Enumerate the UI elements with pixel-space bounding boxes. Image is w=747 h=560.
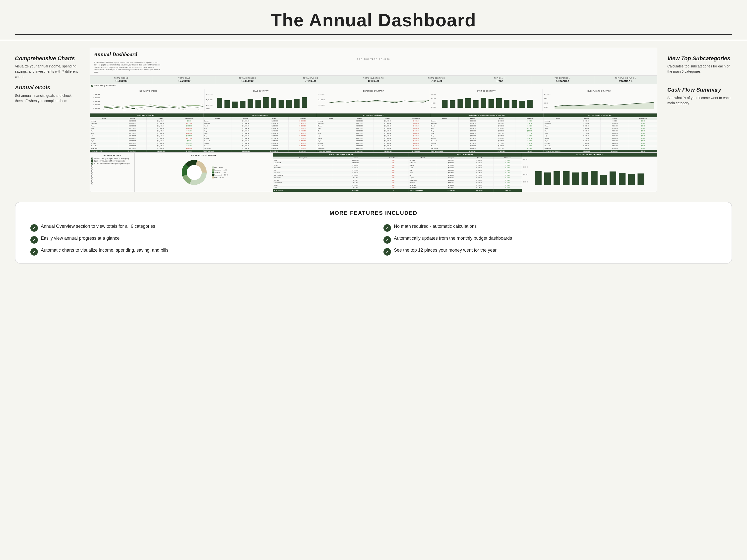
- svg-point-60: [187, 165, 202, 180]
- svg-text:3,000: 3,000: [93, 101, 100, 102]
- chart-bills-area: 2,000 1,500 1,000 500: [206, 93, 316, 110]
- svg-text:4,000: 4,000: [93, 97, 100, 99]
- col-diff: Difference: [175, 117, 203, 120]
- page-title: The Annual Dashboard: [15, 10, 732, 30]
- svg-text:500: 500: [206, 108, 210, 109]
- annotation-charts-title: Comprehensive Charts: [15, 55, 80, 62]
- cell-month: November: [90, 145, 118, 147]
- investments-table-header: INVESTMENTS SUMMARY: [544, 113, 657, 117]
- svg-rect-76: [638, 174, 644, 185]
- goal-item: [92, 178, 133, 180]
- table-row: April$ 600.00$ 600.00$ 0.00: [544, 128, 657, 130]
- table-row: February$ 1,000.00$ 1,400.00$ -400.00: [203, 123, 317, 125]
- stat-investments-label: TOTAL INVESTMENTS: [344, 77, 403, 79]
- table-row: May$ 600.00$ 600.00$ 0.00: [544, 130, 657, 132]
- dashboard-preview: Comprehensive Charts Visualize your annu…: [15, 48, 732, 192]
- tables-row: INCOME SUMMARY Month Budget Actual Diffe…: [90, 113, 657, 153]
- cell-actual: $ 1,900.00: [147, 137, 175, 140]
- svg-rect-22: [240, 101, 245, 108]
- bills-table-header: BILLS SUMMARY: [203, 113, 317, 117]
- stat-total-debt: TOTAL DEBT PAID 7,140.00: [405, 76, 468, 84]
- svg-rect-5: [109, 108, 113, 109]
- svg-text:250: 250: [544, 107, 548, 108]
- where-money-box: WHERE MY MONEY WENT Description Amount %…: [273, 153, 409, 192]
- svg-text:2,000: 2,000: [206, 94, 213, 95]
- svg-rect-70: [582, 172, 588, 185]
- cell-month: September: [90, 140, 118, 142]
- stat-expenses-value: 16,850.00: [218, 79, 277, 82]
- chart-bills-title: BILLS SUMMARY: [206, 90, 316, 92]
- cell-budget: $ 1,350.00: [118, 140, 147, 142]
- svg-rect-38: [442, 100, 447, 108]
- savings-table-header: SAVINGS & SINKING FUNDS SUMMARY: [430, 113, 544, 117]
- chart-investments-area: 1,000 750 500 250: [544, 93, 654, 110]
- table-row: Insurance$ 0.000%: [273, 177, 408, 179]
- cell-month: August: [90, 137, 118, 140]
- feature-item-3: ✓ Automatic charts to visualize income, …: [30, 248, 364, 256]
- stat-top-savings-label: TOP SAVINGS FUND ▼: [596, 77, 655, 79]
- cell-actual: $ 1,900.00: [147, 123, 175, 125]
- income-col-headers: Month Budget Actual Difference: [90, 117, 203, 120]
- cell-diff: $ -275.00: [175, 137, 203, 140]
- svg-rect-41: [465, 98, 471, 108]
- annotation-goals: Annual Goals Set annual financial goals …: [15, 82, 80, 106]
- svg-text:1,000: 1,000: [544, 94, 550, 95]
- cell-diff: $ 400.00: [175, 142, 203, 144]
- where-money-header: WHERE MY MONEY WENT: [273, 153, 408, 157]
- svg-rect-47: [512, 100, 517, 108]
- feature-text-6: See the top 12 places your money went fo…: [394, 248, 496, 253]
- checkbox-empty-icon: [92, 178, 93, 180]
- annotation-charts-text: Visualize your annual income, spending, …: [15, 64, 80, 79]
- savings-col-headers: Month Budget Actual Difference: [430, 117, 544, 120]
- cell-diff: $ 0.00: [175, 140, 203, 142]
- cell-actual: $ 1,900.00: [147, 132, 175, 135]
- total-label: TOTAL INCOME: [90, 150, 118, 152]
- checkbox-checked-icon: ✓: [92, 158, 93, 160]
- donut-chart: [179, 158, 209, 187]
- table-row: August$ 750.00$ 750.00$ 0.00: [544, 137, 657, 140]
- table-row: June$ 625.00$ 625.00$ 1.00: [409, 172, 522, 174]
- table-row: March$ 700.00$ 700.00$ 0.00: [430, 125, 544, 128]
- table-row: September$ 800.00$ 800.00$ 0.00: [544, 140, 657, 142]
- annotation-goals-title: Annual Goals: [15, 84, 80, 91]
- table-row: June$ 1,000.00$ 1,450.00$ -450.00: [203, 132, 317, 135]
- cell-budget: $ 1,500.00: [118, 128, 147, 130]
- chart-savings-title: SAVINGS SUMMARY: [431, 90, 542, 92]
- table-row: April$ 700.00$ 700.00$ 0.00: [409, 167, 522, 169]
- charts-row: INCOME VS SPEND 5,000 4,000 3,000 2,000 …: [90, 87, 657, 113]
- cell-diff: $ -300.00: [175, 128, 203, 130]
- bills-col-headers: Month Budget Actual Difference: [203, 117, 317, 120]
- table-row: Gas$ 0.000%: [273, 187, 408, 189]
- goal-item: ✓ Open new IRA account for my investment…: [92, 160, 133, 162]
- features-title: MORE FEATURES INCLUDED: [30, 210, 717, 216]
- stat-total-expenses: TOTAL EXPENSES 16,850.00: [216, 76, 279, 84]
- include-checkbox[interactable]: ✓ Include Savings & Investments: [90, 84, 657, 87]
- cell-actual: $ 1,600.00: [147, 142, 175, 144]
- stat-top-expense-value: Groceries: [533, 79, 592, 82]
- table-row: October$ 550.00$ 550.00$ 0.00: [430, 142, 544, 145]
- dashboard-sheet: Annual Dashboard FOR THE YEAR OF 2023 Th…: [89, 48, 658, 192]
- table-row: Vacation 1$ 1,000.004%: [273, 162, 408, 164]
- goal-item: [92, 165, 133, 167]
- chart-ivs-title: INCOME VS SPEND: [93, 90, 203, 92]
- svg-text:2,000: 2,000: [93, 104, 100, 106]
- cell-diff: $ 100.00: [175, 135, 203, 137]
- table-row: October$ 1,000.00$ 1,400.00$ -400.00: [203, 142, 317, 145]
- svg-rect-39: [450, 100, 455, 108]
- annotation-charts: Comprehensive Charts Visualize your annu…: [15, 53, 80, 82]
- table-row: November$ 1,000.00$ 1,350.00$ -350.00: [317, 145, 430, 148]
- checkbox-empty-icon: [92, 182, 93, 184]
- cell-actual: $ 1,000.00: [147, 125, 175, 127]
- debt-total-row: TOTAL DEBT PAID $ 7,540.00 $ 7,140.00 $ …: [409, 189, 522, 192]
- cell-budget: $ 1,500.00: [118, 145, 147, 147]
- svg-rect-21: [232, 102, 237, 108]
- cell-budget: $ 1,560.00: [118, 148, 147, 150]
- checkbox-empty-icon: [92, 175, 93, 177]
- svg-rect-27: [278, 100, 284, 108]
- goal-item: [92, 175, 133, 177]
- sheet-year: FOR THE YEAR OF 2023: [94, 58, 653, 60]
- cell-budget: $ 1,560.00: [118, 132, 147, 135]
- table-row: July$ 500.00$ 500.00$ 0.00: [544, 135, 657, 137]
- feature-text-4: No math required - automatic calculation…: [394, 224, 476, 229]
- features-grid: ✓ Annual Overview section to view totals…: [30, 224, 717, 256]
